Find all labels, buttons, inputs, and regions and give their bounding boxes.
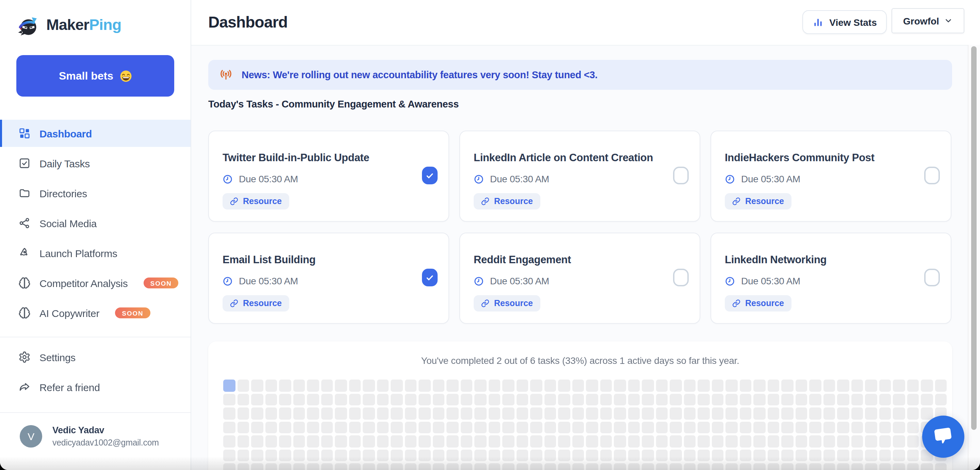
resource-link[interactable]: Resource bbox=[725, 295, 791, 311]
heatmap-cell bbox=[879, 421, 891, 433]
heatmap-cell bbox=[237, 449, 249, 461]
heatmap-cell bbox=[879, 394, 891, 405]
heatmap-cell bbox=[572, 435, 584, 447]
user-profile[interactable]: V Vedic Yadav vedicyadav1002@gmail.com bbox=[20, 425, 159, 448]
sidebar-item-social-media[interactable]: Social Media bbox=[0, 210, 191, 237]
heatmap-cell bbox=[502, 407, 514, 419]
chat-widget-button[interactable] bbox=[922, 416, 964, 458]
task-checkbox[interactable] bbox=[422, 269, 438, 286]
broadcast-icon bbox=[219, 68, 233, 82]
heatmap-cell bbox=[879, 435, 891, 447]
sidebar-item-ai-copywriter[interactable]: AI Copywriter SOON bbox=[0, 299, 191, 327]
heatmap-cell bbox=[516, 463, 528, 470]
heatmap-cell bbox=[614, 463, 626, 470]
heatmap-cell bbox=[488, 435, 500, 447]
heatmap-cell bbox=[544, 449, 556, 461]
heatmap-cell bbox=[684, 379, 695, 391]
task-checkbox[interactable] bbox=[924, 269, 940, 286]
heatmap-cell bbox=[711, 394, 724, 405]
heatmap-cell bbox=[530, 407, 542, 419]
heatmap-cell bbox=[781, 379, 793, 391]
heatmap-cell bbox=[516, 421, 528, 433]
heatmap-cell bbox=[837, 407, 849, 419]
heatmap-cell bbox=[516, 394, 528, 405]
sidebar-item-competitor-analysis[interactable]: Competitor Analysis SOON bbox=[0, 269, 191, 297]
heatmap-cell bbox=[558, 379, 570, 391]
heatmap-cell bbox=[251, 463, 263, 470]
chevron-down-icon bbox=[944, 16, 953, 25]
sidebar-item-settings[interactable]: Settings bbox=[0, 343, 191, 371]
heatmap-cell bbox=[809, 394, 821, 405]
heatmap-cell bbox=[865, 379, 877, 391]
heatmap-cell bbox=[851, 394, 863, 405]
heatmap-cell bbox=[363, 463, 375, 470]
heatmap-cell bbox=[907, 421, 919, 433]
heatmap-cell bbox=[823, 449, 835, 461]
task-checkbox[interactable] bbox=[673, 269, 689, 286]
task-checkbox[interactable] bbox=[422, 167, 438, 184]
resource-link[interactable]: Resource bbox=[725, 193, 791, 210]
heatmap-cell bbox=[530, 379, 542, 391]
heatmap-cell bbox=[516, 449, 528, 461]
clock-icon bbox=[474, 174, 484, 184]
heatmap-cell bbox=[433, 463, 444, 470]
heatmap-cell bbox=[544, 394, 556, 405]
sidebar-item-directories[interactable]: Directories bbox=[0, 179, 191, 207]
heatmap-cell bbox=[349, 449, 361, 461]
heatmap-cell bbox=[474, 394, 486, 405]
scrollbar-thumb[interactable] bbox=[971, 46, 977, 430]
heatmap-cell bbox=[837, 463, 849, 470]
heatmap-cell bbox=[781, 435, 793, 447]
heatmap-cell bbox=[656, 394, 668, 405]
heatmap-cell bbox=[265, 407, 277, 419]
heatmap-cell bbox=[572, 463, 584, 470]
heatmap-row bbox=[223, 463, 947, 470]
heatmap-cell bbox=[893, 379, 905, 391]
heatmap-cell bbox=[530, 449, 542, 461]
heatmap-cell bbox=[865, 407, 877, 419]
soon-badge: SOON bbox=[115, 307, 150, 319]
heatmap-cell bbox=[767, 449, 779, 461]
task-checkbox[interactable] bbox=[673, 167, 689, 184]
task-checkbox[interactable] bbox=[924, 167, 940, 184]
sidebar-item-dashboard[interactable]: Dashboard bbox=[0, 120, 191, 147]
heatmap-cell bbox=[781, 407, 793, 419]
heatmap-cell bbox=[851, 435, 863, 447]
resource-link[interactable]: Resource bbox=[474, 193, 540, 210]
heatmap-cell bbox=[460, 463, 472, 470]
resource-link[interactable]: Resource bbox=[223, 193, 289, 210]
sidebar-item-daily-tasks[interactable]: Daily Tasks bbox=[0, 150, 191, 177]
heatmap-cell bbox=[698, 421, 710, 433]
heatmap-cell bbox=[711, 435, 724, 447]
scrollbar-track[interactable] bbox=[968, 45, 980, 470]
heatmap-cell bbox=[418, 449, 430, 461]
heatmap-cell bbox=[251, 435, 263, 447]
heatmap-cell bbox=[684, 394, 695, 405]
heatmap-cell bbox=[725, 407, 737, 419]
view-stats-button[interactable]: View Stats bbox=[802, 10, 887, 34]
heatmap-cell bbox=[377, 421, 388, 433]
heatmap-cell bbox=[837, 394, 849, 405]
task-due-row: Due 05:30 AM bbox=[725, 275, 937, 286]
heatmap-cell bbox=[279, 407, 291, 419]
clock-icon bbox=[474, 276, 484, 286]
heatmap-cell bbox=[586, 394, 598, 405]
sidebar-item-launch-platforms[interactable]: Launch Platforms bbox=[0, 240, 191, 267]
heatmap-cell bbox=[795, 435, 807, 447]
folder-icon bbox=[18, 187, 30, 199]
resource-link[interactable]: Resource bbox=[223, 295, 289, 311]
small-bets-button[interactable]: Small bets bbox=[16, 55, 174, 97]
heatmap-cell bbox=[474, 379, 486, 391]
heatmap-cell bbox=[684, 449, 695, 461]
heatmap-cell bbox=[670, 421, 682, 433]
project-selector[interactable]: Growfol bbox=[891, 8, 964, 33]
heatmap-cell bbox=[237, 379, 249, 391]
heatmap-cell bbox=[558, 394, 570, 405]
resource-link[interactable]: Resource bbox=[474, 295, 540, 311]
sidebar-item-refer-a-friend[interactable]: Refer a friend bbox=[0, 373, 191, 401]
link-icon bbox=[481, 197, 489, 205]
heatmap-cell bbox=[433, 394, 444, 405]
sidebar-divider bbox=[0, 337, 191, 337]
heatmap-cell bbox=[795, 463, 807, 470]
heatmap-cell bbox=[809, 379, 821, 391]
